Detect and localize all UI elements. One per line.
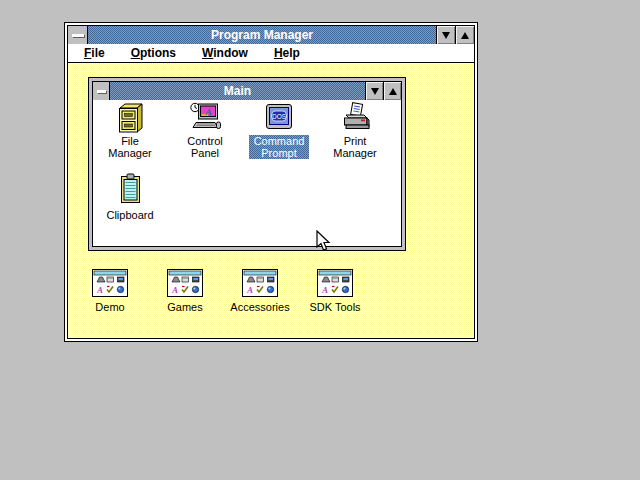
minimize-button[interactable] [365,82,383,100]
svg-text:A: A [204,107,211,117]
program-item-label-selected: Command Prompt [249,135,309,159]
control-panel-icon: A [189,102,221,134]
desktop: Program Manager File Options Window Help [0,0,640,480]
program-manager-window: Program Manager File Options Window Help [64,22,478,342]
maximize-button[interactable] [383,82,401,100]
program-item-control-panel[interactable]: A Control Panel [169,102,241,161]
group-item-accessories[interactable]: A Accessories [222,269,298,315]
program-group-icon: A [242,269,278,297]
svg-text:DOS: DOS [272,113,287,120]
menu-window[interactable]: Window [202,45,248,62]
main-group-client: File Manager [93,100,401,246]
group-item-label: Games [167,301,202,313]
menu-file[interactable]: File [84,45,105,62]
clipboard-icon [114,173,146,205]
program-item-file-manager[interactable]: File Manager [94,102,166,161]
program-manager-client: Main [68,63,474,338]
main-group-window: Main [88,77,406,251]
main-group-titlebar[interactable]: Main [93,82,401,100]
program-item-label: Print Manager [321,135,389,159]
printer-icon [339,102,371,134]
arrow-down-icon [371,88,379,95]
arrow-down-icon [442,32,450,39]
svg-text:A: A [321,285,328,295]
arrow-up-icon [461,32,469,39]
program-item-label: File Manager [96,135,164,159]
program-group-icon: A [167,269,203,297]
menu-bar: File Options Window Help [68,44,474,63]
minimize-button[interactable] [436,26,455,44]
group-item-label: SDK Tools [309,301,360,313]
program-group-icon: A [317,269,353,297]
program-item-command-prompt[interactable]: DOS Command Prompt [243,102,315,161]
program-manager-titlebar[interactable]: Program Manager [68,26,474,44]
group-item-label: Demo [95,301,124,313]
program-item-print-manager[interactable]: Print Manager [319,102,391,161]
maximize-button[interactable] [455,26,474,44]
program-item-label: Clipboard [104,209,155,221]
control-menu-icon[interactable] [93,82,110,100]
window-title: Program Manager [88,26,436,44]
group-item-sdk-tools[interactable]: A SDK Tools [297,269,373,315]
control-menu-icon[interactable] [68,26,88,44]
group-item-label: Accessories [230,301,289,313]
group-item-demo[interactable]: A Demo [72,269,148,315]
program-item-clipboard[interactable]: Clipboard [94,173,166,223]
program-group-icon: A [92,269,128,297]
menu-options[interactable]: Options [131,45,176,62]
svg-text:A: A [171,285,178,295]
arrow-up-icon [389,88,397,95]
dos-monitor-icon: DOS [263,102,295,134]
group-item-games[interactable]: A Games [147,269,223,315]
group-window-title: Main [110,82,365,100]
menu-help[interactable]: Help [274,45,300,62]
program-item-label: Control Panel [171,135,239,159]
file-cabinet-icon [114,102,146,134]
svg-text:A: A [96,285,103,295]
svg-text:A: A [246,285,253,295]
